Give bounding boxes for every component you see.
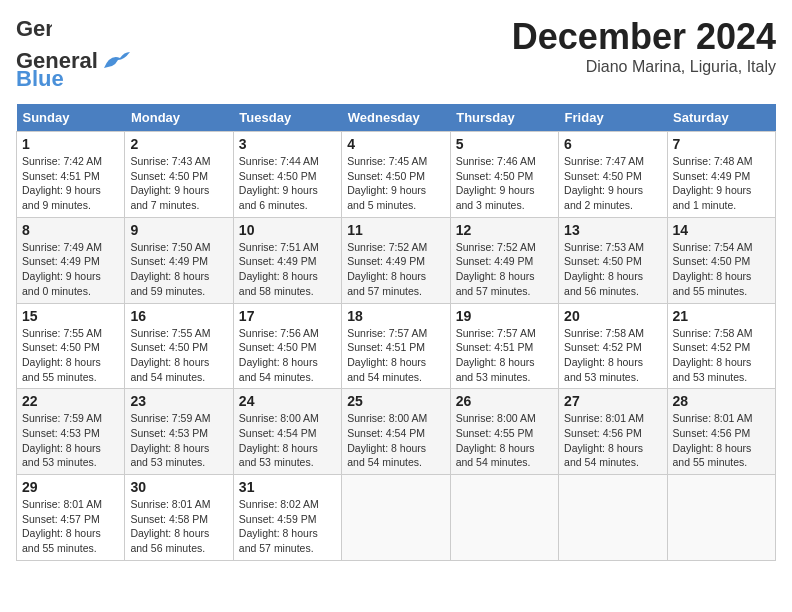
day-info: Sunrise: 7:52 AMSunset: 4:49 PMDaylight:… (456, 240, 553, 299)
calendar-cell: 4 Sunrise: 7:45 AMSunset: 4:50 PMDayligh… (342, 132, 450, 218)
calendar-cell (450, 475, 558, 561)
day-info: Sunrise: 7:48 AMSunset: 4:49 PMDaylight:… (673, 154, 770, 213)
day-number: 1 (22, 136, 119, 152)
day-info: Sunrise: 7:59 AMSunset: 4:53 PMDaylight:… (22, 411, 119, 470)
day-number: 16 (130, 308, 227, 324)
calendar-cell: 22 Sunrise: 7:59 AMSunset: 4:53 PMDaylig… (17, 389, 125, 475)
calendar-cell: 21 Sunrise: 7:58 AMSunset: 4:52 PMDaylig… (667, 303, 775, 389)
day-number: 26 (456, 393, 553, 409)
logo-icon: General (16, 16, 52, 48)
day-number: 12 (456, 222, 553, 238)
calendar-cell: 11 Sunrise: 7:52 AMSunset: 4:49 PMDaylig… (342, 217, 450, 303)
month-title: December 2024 (512, 16, 776, 58)
day-number: 19 (456, 308, 553, 324)
calendar-cell (342, 475, 450, 561)
day-number: 20 (564, 308, 661, 324)
col-wednesday: Wednesday (342, 104, 450, 132)
svg-text:General: General (16, 16, 52, 41)
day-info: Sunrise: 8:01 AMSunset: 4:58 PMDaylight:… (130, 497, 227, 556)
day-number: 14 (673, 222, 770, 238)
calendar-cell: 27 Sunrise: 8:01 AMSunset: 4:56 PMDaylig… (559, 389, 667, 475)
day-info: Sunrise: 7:57 AMSunset: 4:51 PMDaylight:… (456, 326, 553, 385)
day-info: Sunrise: 7:49 AMSunset: 4:49 PMDaylight:… (22, 240, 119, 299)
day-info: Sunrise: 8:00 AMSunset: 4:54 PMDaylight:… (239, 411, 336, 470)
day-info: Sunrise: 7:43 AMSunset: 4:50 PMDaylight:… (130, 154, 227, 213)
day-info: Sunrise: 8:00 AMSunset: 4:55 PMDaylight:… (456, 411, 553, 470)
col-thursday: Thursday (450, 104, 558, 132)
calendar-cell: 1 Sunrise: 7:42 AMSunset: 4:51 PMDayligh… (17, 132, 125, 218)
calendar-cell: 13 Sunrise: 7:53 AMSunset: 4:50 PMDaylig… (559, 217, 667, 303)
day-number: 3 (239, 136, 336, 152)
calendar-cell: 12 Sunrise: 7:52 AMSunset: 4:49 PMDaylig… (450, 217, 558, 303)
calendar-cell: 23 Sunrise: 7:59 AMSunset: 4:53 PMDaylig… (125, 389, 233, 475)
calendar-cell: 3 Sunrise: 7:44 AMSunset: 4:50 PMDayligh… (233, 132, 341, 218)
day-number: 7 (673, 136, 770, 152)
day-info: Sunrise: 8:01 AMSunset: 4:56 PMDaylight:… (673, 411, 770, 470)
day-number: 21 (673, 308, 770, 324)
day-info: Sunrise: 7:57 AMSunset: 4:51 PMDaylight:… (347, 326, 444, 385)
day-number: 11 (347, 222, 444, 238)
calendar-cell: 14 Sunrise: 7:54 AMSunset: 4:50 PMDaylig… (667, 217, 775, 303)
logo-blue: Blue (16, 66, 64, 92)
day-number: 29 (22, 479, 119, 495)
logo: General General Blue (16, 16, 132, 92)
calendar-cell: 16 Sunrise: 7:55 AMSunset: 4:50 PMDaylig… (125, 303, 233, 389)
week-row-4: 22 Sunrise: 7:59 AMSunset: 4:53 PMDaylig… (17, 389, 776, 475)
day-info: Sunrise: 7:46 AMSunset: 4:50 PMDaylight:… (456, 154, 553, 213)
day-info: Sunrise: 8:02 AMSunset: 4:59 PMDaylight:… (239, 497, 336, 556)
calendar-cell: 25 Sunrise: 8:00 AMSunset: 4:54 PMDaylig… (342, 389, 450, 475)
day-number: 13 (564, 222, 661, 238)
day-info: Sunrise: 8:01 AMSunset: 4:57 PMDaylight:… (22, 497, 119, 556)
week-row-3: 15 Sunrise: 7:55 AMSunset: 4:50 PMDaylig… (17, 303, 776, 389)
day-number: 17 (239, 308, 336, 324)
calendar-cell (667, 475, 775, 561)
day-number: 27 (564, 393, 661, 409)
calendar-cell: 30 Sunrise: 8:01 AMSunset: 4:58 PMDaylig… (125, 475, 233, 561)
day-number: 6 (564, 136, 661, 152)
calendar-cell: 10 Sunrise: 7:51 AMSunset: 4:49 PMDaylig… (233, 217, 341, 303)
col-tuesday: Tuesday (233, 104, 341, 132)
calendar-cell: 2 Sunrise: 7:43 AMSunset: 4:50 PMDayligh… (125, 132, 233, 218)
calendar-cell: 7 Sunrise: 7:48 AMSunset: 4:49 PMDayligh… (667, 132, 775, 218)
week-row-5: 29 Sunrise: 8:01 AMSunset: 4:57 PMDaylig… (17, 475, 776, 561)
col-saturday: Saturday (667, 104, 775, 132)
day-info: Sunrise: 8:00 AMSunset: 4:54 PMDaylight:… (347, 411, 444, 470)
col-friday: Friday (559, 104, 667, 132)
day-number: 28 (673, 393, 770, 409)
day-info: Sunrise: 7:44 AMSunset: 4:50 PMDaylight:… (239, 154, 336, 213)
day-info: Sunrise: 7:54 AMSunset: 4:50 PMDaylight:… (673, 240, 770, 299)
day-number: 25 (347, 393, 444, 409)
calendar-cell: 20 Sunrise: 7:58 AMSunset: 4:52 PMDaylig… (559, 303, 667, 389)
week-row-2: 8 Sunrise: 7:49 AMSunset: 4:49 PMDayligh… (17, 217, 776, 303)
logo-bird-icon (102, 50, 132, 72)
calendar-cell: 26 Sunrise: 8:00 AMSunset: 4:55 PMDaylig… (450, 389, 558, 475)
calendar-cell: 9 Sunrise: 7:50 AMSunset: 4:49 PMDayligh… (125, 217, 233, 303)
day-number: 22 (22, 393, 119, 409)
day-number: 23 (130, 393, 227, 409)
day-info: Sunrise: 7:55 AMSunset: 4:50 PMDaylight:… (22, 326, 119, 385)
col-sunday: Sunday (17, 104, 125, 132)
day-info: Sunrise: 7:50 AMSunset: 4:49 PMDaylight:… (130, 240, 227, 299)
day-info: Sunrise: 7:52 AMSunset: 4:49 PMDaylight:… (347, 240, 444, 299)
day-number: 10 (239, 222, 336, 238)
calendar-cell: 6 Sunrise: 7:47 AMSunset: 4:50 PMDayligh… (559, 132, 667, 218)
day-number: 31 (239, 479, 336, 495)
location: Diano Marina, Liguria, Italy (512, 58, 776, 76)
day-info: Sunrise: 8:01 AMSunset: 4:56 PMDaylight:… (564, 411, 661, 470)
day-number: 5 (456, 136, 553, 152)
day-info: Sunrise: 7:59 AMSunset: 4:53 PMDaylight:… (130, 411, 227, 470)
col-monday: Monday (125, 104, 233, 132)
day-number: 15 (22, 308, 119, 324)
day-number: 30 (130, 479, 227, 495)
day-info: Sunrise: 7:51 AMSunset: 4:49 PMDaylight:… (239, 240, 336, 299)
day-info: Sunrise: 7:58 AMSunset: 4:52 PMDaylight:… (673, 326, 770, 385)
day-number: 24 (239, 393, 336, 409)
calendar-cell: 18 Sunrise: 7:57 AMSunset: 4:51 PMDaylig… (342, 303, 450, 389)
calendar-cell: 19 Sunrise: 7:57 AMSunset: 4:51 PMDaylig… (450, 303, 558, 389)
title-block: December 2024 Diano Marina, Liguria, Ita… (512, 16, 776, 76)
day-info: Sunrise: 7:53 AMSunset: 4:50 PMDaylight:… (564, 240, 661, 299)
calendar-cell: 15 Sunrise: 7:55 AMSunset: 4:50 PMDaylig… (17, 303, 125, 389)
calendar-cell: 24 Sunrise: 8:00 AMSunset: 4:54 PMDaylig… (233, 389, 341, 475)
calendar-cell: 31 Sunrise: 8:02 AMSunset: 4:59 PMDaylig… (233, 475, 341, 561)
day-number: 8 (22, 222, 119, 238)
